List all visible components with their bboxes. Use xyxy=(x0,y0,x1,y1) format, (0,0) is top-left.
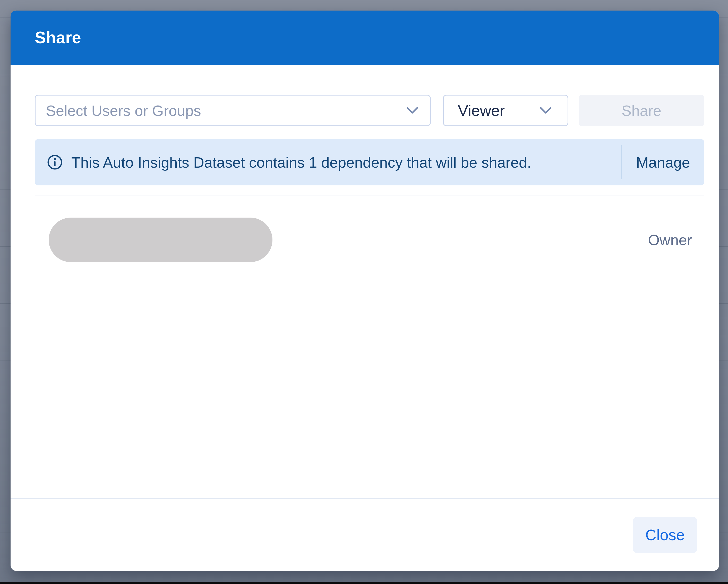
select-users-placeholder: Select Users or Groups xyxy=(46,102,406,119)
chevron-down-icon xyxy=(406,107,418,114)
share-dialog-header: Share xyxy=(10,10,719,64)
share-button[interactable]: Share xyxy=(579,95,704,126)
dependency-info-text: This Auto Insights Dataset contains 1 de… xyxy=(71,154,531,171)
content-divider xyxy=(35,195,704,195)
manage-dependencies-link[interactable]: Manage xyxy=(622,139,704,185)
dependency-info-banner: This Auto Insights Dataset contains 1 de… xyxy=(35,139,704,185)
screen: Share Select Users or Groups Viewer Shar… xyxy=(0,0,728,584)
close-button[interactable]: Close xyxy=(633,517,697,553)
share-controls-row: Select Users or Groups Viewer Share xyxy=(35,95,704,126)
member-role-label: Owner xyxy=(648,231,692,248)
select-users-combobox[interactable]: Select Users or Groups xyxy=(35,95,431,126)
member-name-redacted xyxy=(49,218,272,262)
role-select-value: Viewer xyxy=(458,102,505,120)
share-dialog-footer: Close xyxy=(10,498,719,571)
bottom-black-bar xyxy=(0,582,728,584)
role-select-dropdown[interactable]: Viewer xyxy=(443,95,568,126)
info-circle-icon xyxy=(47,155,62,170)
chevron-down-icon xyxy=(540,107,552,114)
share-dialog-body: Select Users or Groups Viewer Share xyxy=(10,64,719,498)
dependency-info-message-area: This Auto Insights Dataset contains 1 de… xyxy=(35,139,621,185)
member-row: Owner xyxy=(35,218,704,262)
share-dialog: Share Select Users or Groups Viewer Shar… xyxy=(10,10,719,571)
dialog-title: Share xyxy=(35,28,81,47)
